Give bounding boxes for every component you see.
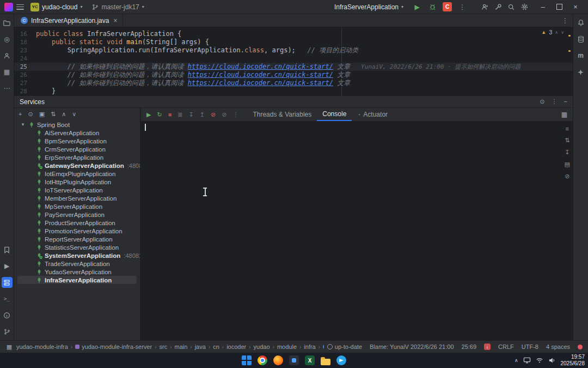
- tray-overflow-icon[interactable]: ∧: [514, 358, 518, 363]
- service-item[interactable]: InfraServerApplication: [17, 276, 137, 284]
- project-tool-icon[interactable]: [2, 17, 13, 28]
- print-icon[interactable]: ▤: [565, 161, 570, 168]
- service-item[interactable]: AiServerApplication: [17, 129, 137, 137]
- volume-icon[interactable]: [548, 357, 556, 364]
- add-service-icon[interactable]: +: [19, 111, 22, 117]
- breadcrumb-item[interactable]: iocoder: [226, 343, 246, 350]
- scroll-down-icon[interactable]: ↧: [189, 111, 194, 118]
- tool-window-layout-icon[interactable]: ▦: [5, 342, 13, 352]
- tab-options-icon[interactable]: ⋮: [562, 17, 568, 25]
- code-line[interactable]: 25 // 如果你碰到启动的问题，请认真阅读 https://cloud.ioc…: [14, 63, 573, 71]
- console-output[interactable]: ≡⇅↧▤⊘: [141, 121, 573, 340]
- console-tab[interactable]: Threads & Variables: [247, 108, 317, 121]
- branch-widget[interactable]: master-jdk17 ▾: [89, 2, 147, 12]
- clear-console-icon[interactable]: ⊘: [565, 173, 569, 180]
- collapse-all-icon[interactable]: ∧: [62, 111, 66, 118]
- code-line[interactable]: 23 SpringApplication.run(InfraServerAppl…: [14, 46, 573, 55]
- panel-settings-icon[interactable]: ⊙: [540, 98, 544, 105]
- breadcrumb-item[interactable]: main: [174, 343, 187, 350]
- kill-process-icon[interactable]: ⊘: [211, 111, 216, 118]
- service-item[interactable]: StatisticsServerApplication: [17, 243, 137, 251]
- inspection-widget[interactable]: ▲ 3 ∧ ∨: [541, 29, 564, 35]
- scroll-to-end-icon[interactable]: ↧: [565, 149, 569, 156]
- profiler-button[interactable]: C: [443, 2, 452, 11]
- indent-widget[interactable]: 4 spaces: [546, 343, 570, 350]
- breadcrumb-item[interactable]: yudao-module-infra: [16, 343, 68, 350]
- service-item[interactable]: SystemServerApplication:48081/: [17, 251, 137, 260]
- service-item[interactable]: PayServerApplication: [17, 210, 137, 219]
- code-line[interactable]: 28 }: [14, 87, 573, 95]
- encoding-widget[interactable]: UTF-8: [522, 343, 538, 350]
- database-tool-icon[interactable]: [575, 34, 586, 45]
- chat-app-icon[interactable]: [336, 355, 346, 365]
- service-item[interactable]: IotEmqxPluginApplication: [17, 170, 137, 178]
- breadcrumb-item[interactable]: InfraServerApplication: [323, 343, 324, 350]
- breadcrumb-item[interactable]: src: [159, 343, 167, 350]
- services-panel-header[interactable]: Services ⊙⋮−: [14, 96, 573, 108]
- commit-tool-icon[interactable]: ◎: [2, 34, 13, 45]
- service-item[interactable]: TradeServerApplication: [17, 260, 137, 268]
- service-item[interactable]: IoTServerApplication: [17, 186, 137, 194]
- console-settings-icon[interactable]: ≡: [566, 125, 569, 132]
- dump-threads-icon[interactable]: ≣: [177, 111, 182, 118]
- code-with-me-button[interactable]: [480, 2, 490, 12]
- file-explorer-icon[interactable]: [321, 359, 330, 365]
- service-item[interactable]: BpmServerApplication: [17, 137, 137, 145]
- firefox-icon[interactable]: [273, 355, 283, 365]
- code-line[interactable]: 27 // 如果你碰到启动的问题，请认真阅读 https://cloud.ioc…: [14, 79, 573, 87]
- clear-all-icon[interactable]: ⊘: [222, 111, 226, 118]
- close-tab-icon[interactable]: ×: [113, 17, 117, 25]
- breadcrumb-item[interactable]: java: [195, 343, 206, 350]
- code-editor[interactable]: 16public class InfraServerApplication {1…: [14, 27, 573, 96]
- start-service-icon[interactable]: ⊙: [28, 111, 33, 118]
- service-item[interactable]: YudaoServerApplication: [17, 268, 137, 276]
- service-item[interactable]: MemberServerApplication: [17, 194, 137, 202]
- version-control-tool-icon[interactable]: [2, 326, 13, 337]
- scroll-up-icon[interactable]: ↥: [200, 111, 205, 118]
- service-item[interactable]: GatewayServerApplication:48080/: [17, 161, 137, 170]
- line-ending-widget[interactable]: CRLF: [498, 343, 514, 350]
- tools-button[interactable]: [493, 2, 503, 12]
- service-item[interactable]: ProductServerApplication: [17, 219, 137, 227]
- vcs-alert-icon[interactable]: ↓: [484, 343, 491, 350]
- service-item[interactable]: PromotionServerApplication: [17, 227, 137, 235]
- git-status-widget[interactable]: up-to-date: [327, 343, 362, 350]
- ai-assistant-tool-icon[interactable]: [575, 67, 586, 77]
- panel-more-icon[interactable]: ⋮: [552, 98, 558, 105]
- settings-button[interactable]: [519, 2, 529, 12]
- file-tab[interactable]: C InfraServerApplication.java ×: [14, 14, 123, 27]
- search-everywhere-button[interactable]: [506, 2, 516, 12]
- services-tool-icon[interactable]: [2, 277, 13, 288]
- caret-position-widget[interactable]: 25:69: [462, 343, 477, 350]
- breadcrumb-item[interactable]: yudao: [254, 343, 270, 350]
- close-button[interactable]: ×: [567, 0, 584, 14]
- breadcrumb-item[interactable]: yudao-module-infra-server: [75, 343, 152, 350]
- pull-requests-tool-icon[interactable]: [2, 50, 13, 61]
- start-button[interactable]: [242, 355, 252, 365]
- service-item[interactable]: MpServerApplication: [17, 202, 137, 210]
- service-item[interactable]: ReportServerApplication: [17, 235, 137, 243]
- code-line[interactable]: 16public class InfraServerApplication {: [14, 30, 573, 38]
- wifi-icon[interactable]: [536, 357, 543, 364]
- notification-badge[interactable]: [578, 345, 583, 349]
- console-tab[interactable]: Console: [317, 108, 352, 121]
- maximize-button[interactable]: [551, 0, 567, 14]
- service-item[interactable]: IotHttpPluginApplication: [17, 178, 137, 186]
- service-item[interactable]: ErpServerApplication: [17, 153, 137, 161]
- bookmarks-tool-icon[interactable]: [2, 244, 13, 255]
- run-configuration-selector[interactable]: InfraServerApplication ▾: [331, 2, 407, 12]
- more-options-icon[interactable]: ⋮: [232, 111, 238, 118]
- debug-button[interactable]: [427, 2, 437, 12]
- dev-app-icon[interactable]: [289, 355, 299, 365]
- more-tool-windows-icon[interactable]: ⋯: [2, 83, 13, 94]
- main-menu-icon[interactable]: [16, 4, 24, 10]
- copy-icon[interactable]: ▣: [39, 111, 45, 118]
- service-item[interactable]: CrmServerApplication: [17, 145, 137, 153]
- code-line[interactable]: 18 public static void main(String[] args…: [14, 38, 573, 46]
- expand-all-icon[interactable]: ∨: [72, 111, 76, 118]
- run-button[interactable]: ▶: [412, 2, 422, 12]
- update-running-application-icon[interactable]: ↻: [157, 111, 162, 118]
- services-root-node[interactable]: ▼ Spring Boot: [14, 120, 140, 129]
- group-services-icon[interactable]: ⇅: [51, 111, 56, 118]
- problems-tool-icon[interactable]: [2, 310, 13, 321]
